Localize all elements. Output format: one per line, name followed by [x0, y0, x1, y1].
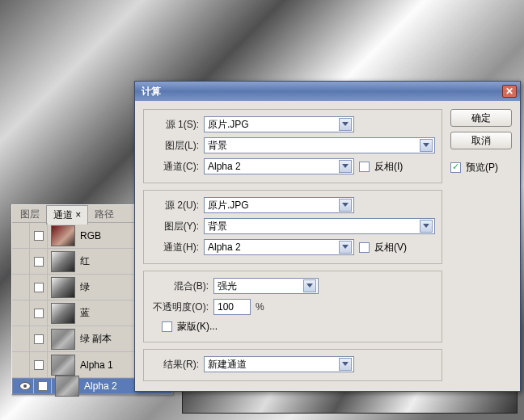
- result-value: 新建通道: [208, 358, 247, 372]
- selection-indicator: [30, 223, 48, 248]
- channel-name: Alpha 2: [82, 380, 139, 392]
- eye-icon: [19, 382, 31, 390]
- selection-indicator: [30, 249, 48, 274]
- selection-indicator: [30, 326, 48, 351]
- preview-checkbox[interactable]: [450, 162, 461, 173]
- channel-name: Alpha 1: [78, 359, 142, 371]
- dialog-buttons: 确定 取消 预览(P): [450, 109, 512, 381]
- source1-layer-value: 背景: [208, 139, 227, 153]
- source1-value: 原片.JPG: [208, 118, 249, 132]
- selection-indicator: [30, 275, 48, 300]
- visibility-toggle[interactable]: [16, 379, 34, 393]
- source2-layer-select[interactable]: 背景: [204, 218, 435, 234]
- source1-layer-label: 图层(L):: [150, 139, 199, 153]
- source1-layer-select[interactable]: 背景: [204, 137, 435, 153]
- source2-channel-label: 通道(H):: [150, 241, 199, 254]
- channel-thumbnail: [51, 251, 75, 272]
- visibility-toggle[interactable]: [12, 300, 30, 326]
- blend-select[interactable]: 强光: [213, 278, 319, 294]
- source2-invert-checkbox[interactable]: [359, 242, 370, 253]
- channel-thumbnail: [51, 225, 75, 246]
- dialog-titlebar[interactable]: 计算 ✕: [135, 82, 520, 101]
- source1-channel-value: Alpha 2: [208, 161, 241, 172]
- visibility-toggle[interactable]: [12, 275, 30, 300]
- channel-thumbnail: [51, 329, 75, 350]
- blend-label: 混合(B):: [150, 279, 209, 293]
- preview-label: 预览(P): [466, 161, 498, 174]
- source2-select[interactable]: 原片.JPG: [204, 197, 354, 213]
- source1-channel-select[interactable]: Alpha 2: [204, 158, 354, 174]
- source2-layer-label: 图层(Y):: [150, 220, 199, 233]
- channel-thumbnail: [51, 355, 75, 376]
- selection-indicator: [30, 300, 48, 326]
- close-icon[interactable]: ✕: [502, 85, 517, 98]
- result-label: 结果(R):: [150, 358, 199, 372]
- source1-group: 源 1(S): 原片.JPG 图层(L): 背景 通道(C):: [143, 109, 442, 183]
- source1-select[interactable]: 原片.JPG: [204, 116, 354, 132]
- chevron-down-icon: [420, 220, 433, 233]
- opacity-unit: %: [256, 301, 264, 313]
- mask-label: 蒙版(K)...: [177, 320, 218, 334]
- source2-group: 源 2(U): 原片.JPG 图层(Y): 背景 通道(H):: [143, 190, 442, 264]
- opacity-input[interactable]: 100: [213, 299, 251, 315]
- visibility-toggle[interactable]: [12, 223, 30, 248]
- chevron-down-icon: [339, 199, 352, 212]
- source2-label: 源 2(U):: [150, 199, 199, 212]
- chevron-down-icon: [339, 160, 352, 173]
- source1-invert-label: 反相(I): [374, 160, 403, 174]
- chevron-down-icon: [420, 139, 433, 152]
- source1-channel-label: 通道(C):: [150, 160, 199, 174]
- cancel-button[interactable]: 取消: [450, 132, 512, 149]
- dialog-title: 计算: [138, 85, 161, 99]
- source2-value: 原片.JPG: [208, 199, 249, 212]
- result-select[interactable]: 新建通道: [204, 356, 354, 372]
- tab-paths[interactable]: 路径: [88, 205, 120, 224]
- visibility-toggle[interactable]: [12, 249, 30, 274]
- chevron-down-icon: [339, 358, 352, 371]
- chevron-down-icon: [339, 241, 352, 254]
- calculations-dialog: 计算 ✕ 源 1(S): 原片.JPG 图层(L): 背景: [134, 81, 521, 392]
- mask-checkbox[interactable]: [162, 321, 172, 332]
- visibility-toggle[interactable]: [12, 352, 30, 377]
- result-group: 结果(R): 新建通道: [143, 349, 442, 381]
- source1-invert-checkbox[interactable]: [359, 162, 370, 172]
- channel-thumbnail: [55, 376, 79, 397]
- opacity-label: 不透明度(O):: [150, 300, 209, 314]
- selection-indicator: [30, 352, 48, 377]
- tab-channels[interactable]: 通道 ×: [46, 205, 88, 225]
- opacity-value: 100: [218, 301, 234, 313]
- tab-layers[interactable]: 图层: [14, 205, 46, 224]
- source2-channel-value: Alpha 2: [208, 242, 241, 253]
- chevron-down-icon: [339, 118, 352, 131]
- blend-value: 强光: [218, 279, 237, 293]
- source2-channel-select[interactable]: Alpha 2: [204, 239, 354, 255]
- dialog-form: 源 1(S): 原片.JPG 图层(L): 背景 通道(C):: [143, 109, 442, 381]
- blend-group: 混合(B): 强光 不透明度(O): 100 % 蒙版(K)...: [143, 271, 442, 342]
- channel-thumbnail: [51, 303, 75, 324]
- source1-label: 源 1(S):: [150, 118, 199, 132]
- visibility-toggle[interactable]: [12, 326, 30, 351]
- source2-invert-label: 反相(V): [374, 241, 407, 254]
- channel-thumbnail: [51, 277, 75, 298]
- chevron-down-icon: [303, 279, 316, 292]
- source2-layer-value: 背景: [208, 220, 227, 233]
- ok-button[interactable]: 确定: [450, 109, 512, 127]
- selection-indicator: [34, 379, 52, 393]
